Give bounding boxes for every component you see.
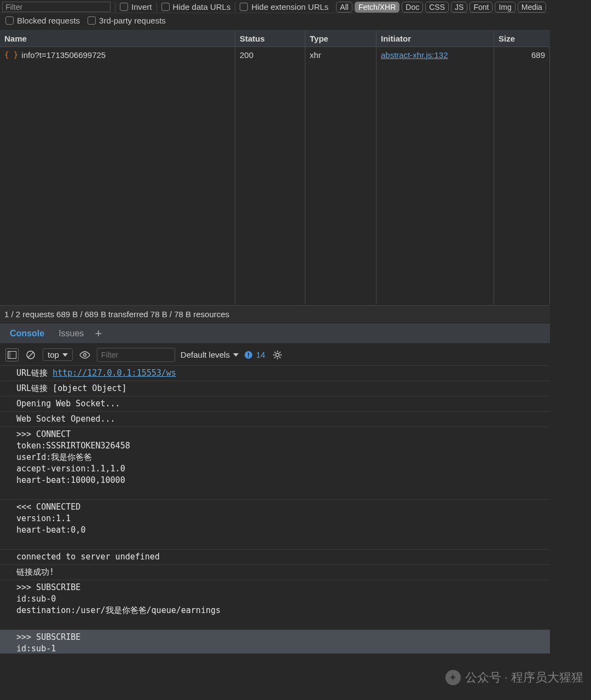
- hide-data-urls-checkbox[interactable]: Hide data URLs: [161, 2, 231, 11]
- tab-issues[interactable]: Issues: [55, 328, 87, 340]
- toggle-sidebar-button[interactable]: [5, 348, 19, 361]
- request-type: xhr: [305, 47, 376, 304]
- console-log-area[interactable]: URL链接 http://127.0.0.1:15553/wsURL链接 [ob…: [0, 366, 550, 654]
- svg-point-4: [83, 353, 86, 356]
- col-initiator[interactable]: Initiator: [376, 31, 494, 46]
- add-tab-button[interactable]: +: [95, 328, 102, 340]
- resource-type-pills: All Fetch/XHR Doc CSS JS Font Img Media: [336, 2, 546, 13]
- tab-console[interactable]: Console: [7, 328, 48, 340]
- log-levels-selector[interactable]: Default levels: [181, 350, 239, 359]
- checkbox-icon: [161, 3, 170, 11]
- network-panel: Invert Hide data URLs Hide extension URL…: [0, 0, 550, 323]
- console-log-entry[interactable]: 链接成功!: [0, 565, 550, 580]
- checkbox-icon: [120, 3, 128, 11]
- blocked-label: Blocked requests: [17, 16, 80, 25]
- pill-fetch-xhr[interactable]: Fetch/XHR: [355, 2, 399, 13]
- levels-label: Default levels: [181, 350, 230, 359]
- svg-line-3: [28, 352, 33, 358]
- pill-js[interactable]: JS: [451, 2, 467, 13]
- console-log-entry[interactable]: >>> SUBSCRIBE id:sub-0 destination:/user…: [0, 580, 550, 630]
- console-url-link[interactable]: http://127.0.0.1:15553/ws: [53, 368, 176, 378]
- drawer-tabs: Console Issues +: [0, 323, 550, 344]
- svg-line-16: [279, 352, 280, 353]
- pill-all[interactable]: All: [336, 2, 352, 13]
- network-filter-input[interactable]: [2, 2, 111, 12]
- pill-css[interactable]: CSS: [425, 2, 449, 13]
- json-icon: { }: [4, 50, 18, 59]
- separator: [157, 2, 157, 12]
- request-name: info?t=1713506699725: [21, 50, 106, 60]
- issue-icon: [244, 351, 253, 359]
- console-log-entry[interactable]: >>> CONNECT token:SSSRIRTOKEN326458 user…: [0, 427, 550, 500]
- sidebar-icon: [8, 351, 16, 359]
- network-table-header: Name Status Type Initiator Size: [0, 31, 550, 47]
- checkbox-icon: [5, 16, 14, 25]
- console-log-entry[interactable]: URL链接 http://127.0.0.1:15553/ws: [0, 366, 550, 381]
- svg-rect-6: [248, 353, 249, 355]
- svg-rect-7: [248, 356, 249, 357]
- live-expression-button[interactable]: [78, 348, 91, 361]
- hide-extension-urls-checkbox[interactable]: Hide extension URLs: [240, 2, 328, 11]
- svg-line-13: [274, 352, 275, 353]
- clear-icon: [26, 350, 36, 360]
- console-filter-input[interactable]: [97, 348, 175, 362]
- col-status[interactable]: Status: [235, 31, 305, 46]
- pill-font[interactable]: Font: [470, 2, 493, 13]
- eye-icon: [79, 351, 90, 359]
- third-party-label: 3rd-party requests: [99, 16, 166, 25]
- console-log-entry[interactable]: URL链接 [object Object]: [0, 381, 550, 396]
- issues-counter[interactable]: 14: [244, 350, 265, 359]
- checkbox-icon: [88, 16, 96, 25]
- col-type[interactable]: Type: [305, 31, 376, 46]
- hide-ext-label: Hide extension URLs: [251, 2, 328, 11]
- col-name[interactable]: Name: [0, 31, 235, 46]
- checkbox-icon: [240, 3, 248, 11]
- context-selector[interactable]: top: [43, 348, 73, 361]
- console-toolbar: top Default levels 14: [0, 344, 550, 366]
- svg-rect-1: [8, 351, 11, 358]
- request-status: 200: [235, 47, 305, 304]
- issues-count: 14: [256, 350, 265, 359]
- network-filter-bar: Invert Hide data URLs Hide extension URL…: [0, 0, 550, 13]
- third-party-checkbox[interactable]: 3rd-party requests: [88, 16, 166, 25]
- pill-media[interactable]: Media: [518, 2, 546, 13]
- pill-doc[interactable]: Doc: [402, 2, 423, 13]
- clear-console-button[interactable]: [24, 348, 37, 361]
- console-log-entry[interactable]: Opening Web Socket...: [0, 396, 550, 412]
- console-log-entry[interactable]: connected to server undefined: [0, 550, 550, 565]
- initiator-link[interactable]: abstract-xhr.js:132: [381, 50, 448, 60]
- col-size[interactable]: Size: [494, 31, 550, 46]
- request-size: 689: [494, 47, 550, 304]
- context-label: top: [48, 350, 59, 359]
- table-row[interactable]: { } info?t=1713506699725 200 xhr abstrac…: [0, 47, 550, 304]
- console-settings-button[interactable]: [271, 348, 284, 361]
- console-log-entry[interactable]: Web Socket Opened...: [0, 412, 550, 427]
- hide-data-label: Hide data URLs: [173, 2, 231, 11]
- console-log-entry[interactable]: >>> SUBSCRIBE id:sub-1 destination:/user…: [0, 630, 550, 654]
- console-log-entry[interactable]: <<< CONNECTED version:1.1 heart-beat:0,0: [0, 500, 550, 550]
- chevron-down-icon: [62, 353, 68, 357]
- svg-point-8: [276, 353, 279, 357]
- gear-icon: [273, 350, 282, 360]
- separator: [235, 2, 235, 12]
- invert-checkbox[interactable]: Invert: [120, 2, 152, 11]
- pill-img[interactable]: Img: [495, 2, 515, 13]
- invert-label: Invert: [131, 2, 152, 11]
- separator: [115, 2, 115, 12]
- svg-line-14: [279, 357, 280, 358]
- network-table-body: { } info?t=1713506699725 200 xhr abstrac…: [0, 47, 550, 305]
- chevron-down-icon: [233, 353, 239, 357]
- network-status-bar: 1 / 2 requests 689 B / 689 B transferred…: [0, 305, 550, 323]
- blocked-requests-checkbox[interactable]: Blocked requests: [5, 16, 80, 25]
- svg-line-15: [274, 357, 275, 358]
- network-filter-bar-2: Blocked requests 3rd-party requests: [0, 13, 550, 31]
